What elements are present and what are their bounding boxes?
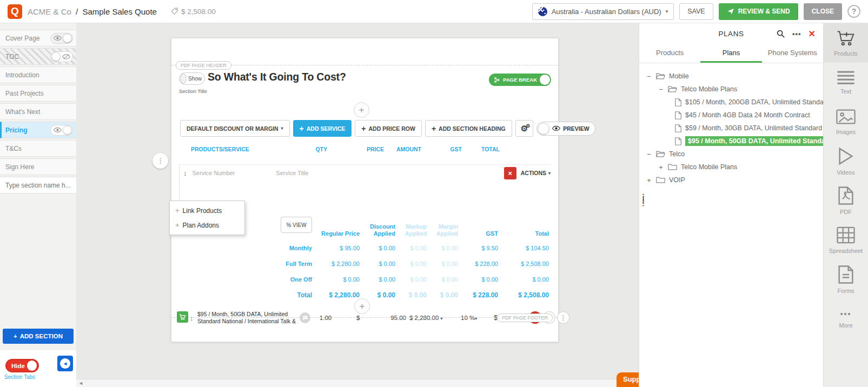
section-title-show-toggle[interactable]: Show bbox=[179, 72, 205, 85]
add-section-button[interactable]: + ADD SECTION bbox=[3, 329, 74, 344]
dock-label: PDF bbox=[840, 209, 852, 215]
sidebar-item-past-projects[interactable]: Past Projects bbox=[0, 85, 76, 102]
plans-panel: PLANS ••• ✕ Products Plans Phone Systems… bbox=[639, 23, 823, 387]
default-discount-dropdown[interactable]: DEFAULT DISCOUNT OR MARGIN ▾ bbox=[180, 120, 290, 137]
file-icon bbox=[675, 137, 681, 145]
visibility-toggle[interactable] bbox=[50, 33, 73, 44]
tree-plan-105[interactable]: $105 / Month, 200GB DATA, Unlimited Stan… bbox=[644, 96, 823, 109]
menu-item-plan-addons[interactable]: + Plan Addons bbox=[170, 218, 244, 232]
horizontal-scrollbar[interactable]: ◄ bbox=[76, 379, 639, 387]
tree-plan-95-selected[interactable]: $95 / Month, 50GB DATA, Unlimited Standa… bbox=[644, 135, 823, 148]
add-price-row-button[interactable]: + ADD PRICE ROW bbox=[355, 120, 422, 137]
collapse-icon[interactable]: − bbox=[646, 72, 652, 81]
dock-label: Products bbox=[834, 50, 857, 57]
expand-icon[interactable]: + bbox=[646, 176, 652, 184]
cart-button[interactable] bbox=[177, 311, 188, 323]
collapse-icon[interactable]: − bbox=[646, 150, 652, 158]
save-button[interactable]: SAVE bbox=[679, 3, 713, 20]
folder-open-icon bbox=[668, 85, 677, 93]
tab-phone-systems[interactable]: Phone Systems bbox=[762, 44, 823, 63]
dock-item-images[interactable]: Images bbox=[824, 102, 868, 142]
close-button[interactable]: CLOSE bbox=[804, 3, 842, 20]
help-icon[interactable]: ? bbox=[847, 5, 860, 18]
sidebar-item-whats-next[interactable]: What's Next bbox=[0, 103, 76, 120]
row-more-button[interactable]: ⋮ bbox=[557, 311, 569, 324]
tab-products[interactable]: Products bbox=[639, 44, 700, 63]
tree-folder-voip[interactable]: + VOIP bbox=[644, 174, 823, 186]
percent-view-button[interactable]: % VIEW bbox=[281, 217, 312, 233]
tree-folder-telco[interactable]: − Telco bbox=[644, 148, 823, 161]
eye-icon bbox=[552, 125, 560, 131]
section-heading[interactable]: So What's It Going To Cost? bbox=[208, 71, 346, 83]
sidebar-item-introduction[interactable]: Introduction bbox=[0, 66, 76, 83]
collapse-icon[interactable]: − bbox=[658, 85, 664, 94]
sum-col-regular-price: Regular Price bbox=[314, 217, 361, 241]
spreadsheet-grid-icon bbox=[837, 226, 855, 244]
qty-value[interactable]: 1.00 bbox=[315, 315, 336, 321]
dock-item-videos[interactable]: Videos bbox=[824, 142, 868, 181]
toggle-knob bbox=[538, 123, 549, 135]
sidebar-item-tcs[interactable]: T&Cs bbox=[0, 140, 76, 157]
tree-label: Telco Mobile Plans bbox=[681, 163, 737, 171]
new-section-name-input[interactable] bbox=[5, 182, 73, 189]
support-tab[interactable]: Support bbox=[617, 372, 639, 387]
tab-plans[interactable]: Plans bbox=[700, 44, 761, 63]
dock-item-pdf[interactable]: PDF bbox=[824, 181, 868, 221]
sidebar-item-cover-page[interactable]: Cover Page bbox=[0, 30, 76, 46]
tree-folder-mobile[interactable]: − Mobile bbox=[644, 70, 823, 83]
hide-section-tabs-toggle[interactable]: Hide bbox=[5, 359, 39, 372]
add-module-button[interactable]: + bbox=[354, 102, 369, 118]
service-number-field[interactable]: Service Number bbox=[193, 170, 235, 176]
breadcrumb-separator: / bbox=[76, 7, 78, 16]
plus-icon: + bbox=[14, 333, 17, 339]
sum-row-label: Total bbox=[270, 288, 314, 303]
sidebar-item-label: Introduction bbox=[5, 71, 73, 79]
sum-value: $ 2,508.00 bbox=[500, 288, 551, 303]
sidebar-item-sign-here[interactable]: Sign Here bbox=[0, 158, 76, 175]
delete-group-button[interactable]: × bbox=[504, 167, 516, 179]
page-break-toggle[interactable]: PAGE BREAK bbox=[489, 74, 551, 86]
tree-folder-telco-mobile-plans-2[interactable]: + Telco Mobile Plans bbox=[644, 161, 823, 174]
tree-plan-45[interactable]: $45 / Month 4GB Data 24 Month Contract bbox=[644, 109, 823, 122]
visibility-toggle[interactable] bbox=[50, 125, 73, 136]
dock-item-forms[interactable]: Forms bbox=[824, 260, 868, 299]
comment-button[interactable] bbox=[300, 312, 310, 323]
move-row-icon[interactable]: ↕ bbox=[183, 169, 187, 177]
preview-toggle[interactable]: PREVIEW bbox=[536, 122, 595, 136]
gst-value: 10 % bbox=[461, 315, 475, 321]
collapse-sidebar-button[interactable]: ◄ bbox=[57, 356, 73, 371]
panel-more-icon[interactable]: ••• bbox=[792, 30, 801, 38]
service-title[interactable]: $95 / Month, 50GB DATA, Unlimited Standa… bbox=[197, 311, 298, 325]
gst-dropdown[interactable]: 10 %▾ bbox=[461, 315, 477, 321]
dock-item-products[interactable]: Products bbox=[824, 23, 868, 63]
pricing-settings-button[interactable]: ⚙⚙ bbox=[515, 120, 533, 137]
currency-selector[interactable]: Australia - Australian Dollars (AUD) ▾ bbox=[532, 3, 674, 20]
dock-item-more[interactable]: ••• More bbox=[824, 299, 868, 339]
expand-icon[interactable]: + bbox=[658, 163, 664, 171]
sidebar-item-pricing[interactable]: Pricing bbox=[0, 122, 76, 138]
amount-dropdown[interactable]: $ 2,280.00 ▾ bbox=[409, 315, 443, 321]
service-title-field[interactable]: Service Title bbox=[276, 170, 308, 176]
sidebar-item-toc[interactable]: TOC bbox=[0, 48, 76, 65]
menu-item-link-products[interactable]: + Link Products bbox=[170, 203, 244, 218]
actions-label: ACTIONS bbox=[521, 170, 546, 176]
tree-folder-telco-mobile-plans[interactable]: − Telco Mobile Plans bbox=[644, 83, 823, 96]
price-value[interactable]: 95.00 bbox=[370, 315, 406, 321]
panel-close-icon[interactable]: ✕ bbox=[809, 29, 816, 39]
panel-drag-handle[interactable]: ⋮⋮⋮ bbox=[640, 195, 647, 205]
move-row-icon[interactable]: ↕ bbox=[190, 314, 194, 322]
scroll-left-arrow-icon[interactable]: ◄ bbox=[78, 381, 83, 386]
module-drag-handle[interactable]: ⋮ bbox=[153, 153, 168, 169]
plans-tabs: Products Plans Phone Systems bbox=[639, 44, 823, 63]
add-service-button[interactable]: + ADD SERVICE bbox=[293, 120, 352, 137]
dock-item-spreadsheet[interactable]: Spreadsheet bbox=[824, 221, 868, 260]
actions-dropdown[interactable]: ACTIONS ▾ bbox=[521, 170, 551, 176]
dock-item-text[interactable]: Text bbox=[824, 63, 868, 102]
visibility-toggle[interactable] bbox=[50, 51, 73, 62]
add-module-button[interactable]: + bbox=[354, 298, 370, 314]
plus-icon: + bbox=[361, 124, 366, 133]
tree-plan-59[interactable]: $59 / Month, 30GB DATA, Unlimited Standa… bbox=[644, 122, 823, 135]
add-section-heading-button[interactable]: + ADD SECTION HEADING bbox=[425, 120, 512, 137]
search-icon[interactable] bbox=[776, 29, 785, 38]
review-send-button[interactable]: REVIEW & SEND bbox=[719, 3, 798, 20]
